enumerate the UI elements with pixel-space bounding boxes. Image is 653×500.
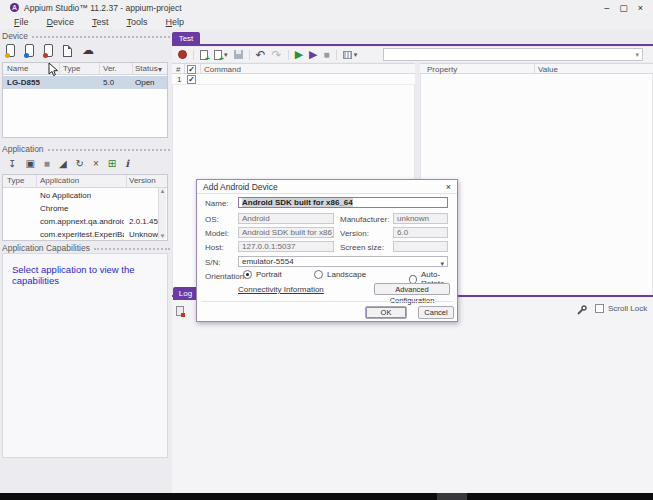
clean-app-icon[interactable]: ◢ <box>59 157 67 170</box>
app-version: Unknown <box>129 230 161 239</box>
application-section-header: Application <box>2 144 170 154</box>
remove-app-icon[interactable]: × <box>93 157 99 170</box>
add-device-icon[interactable] <box>25 44 34 57</box>
menu-device[interactable]: Device <box>39 16 83 28</box>
manufacturer-label: Manufacturer: <box>340 215 389 224</box>
menu-help[interactable]: Help <box>158 16 193 28</box>
app-row-chrome[interactable]: Chrome <box>3 202 167 215</box>
package-app-icon[interactable]: ▣ <box>25 157 34 170</box>
col-app-version[interactable]: Version <box>129 176 156 185</box>
version-field: 6.0 <box>393 227 448 238</box>
screen-size-field <box>393 241 448 252</box>
application-table: Type Application Version No Application … <box>2 174 168 241</box>
col-value[interactable]: Value <box>538 65 558 74</box>
new-test-icon[interactable]: + <box>200 50 208 60</box>
device-table-header[interactable]: Name Type Ver. Status ▾ <box>3 63 167 75</box>
cloud-device-icon[interactable]: ☁ <box>82 44 94 57</box>
log-panel <box>172 297 653 493</box>
scroll-down-icon[interactable]: ▼ <box>159 233 166 239</box>
test-tab-underline <box>172 44 653 46</box>
select-all-checkbox[interactable]: ✓ <box>187 65 196 74</box>
columns-icon[interactable] <box>343 51 352 59</box>
device-row-lg-d855[interactable]: LG-D855 5.0 Open <box>3 76 167 89</box>
dialog-close-icon[interactable]: × <box>446 182 457 192</box>
new-test-menu-icon[interactable]: + <box>214 50 222 60</box>
menu-file[interactable]: File <box>6 16 37 28</box>
dialog-title: Add Android Device <box>197 182 278 192</box>
manufacturer-field: unknown <box>393 213 448 224</box>
undo-icon[interactable]: ↶ <box>256 50 266 60</box>
model-field: Android SDK built for x86_64 <box>238 227 334 238</box>
row-checkbox[interactable]: ✓ <box>187 75 196 84</box>
scroll-lock-checkbox[interactable] <box>595 304 604 313</box>
command-table-header[interactable]: # ✓ Command <box>172 63 415 74</box>
col-ver[interactable]: Ver. <box>103 64 117 73</box>
dialog-separator <box>201 301 453 302</box>
stop-app-icon[interactable]: ■ <box>44 157 50 170</box>
run-selected-icon[interactable]: ▶ <box>309 48 317 61</box>
orientation-landscape[interactable]: Landscape <box>314 270 366 279</box>
host-field: 127.0.0.1:5037 <box>238 241 334 252</box>
name-field[interactable]: Android SDK built for x86_64 <box>238 197 448 208</box>
cancel-button[interactable]: Cancel <box>418 306 454 319</box>
radio-portrait-icon[interactable] <box>243 270 252 279</box>
command-row-1[interactable]: 1 ✓ <box>172 74 415 85</box>
minimize-button[interactable]: – <box>604 2 609 14</box>
ok-button[interactable]: OK <box>365 306 407 319</box>
clear-log-icon[interactable] <box>176 306 184 316</box>
capabilities-section-header: Application Capabilities <box>2 243 170 253</box>
application-toolbar: ↧ ▣ ■ ◢ ↻ × ⊞ i <box>8 156 129 170</box>
app-row-appnext[interactable]: com.appnext.qa.android_sdk 2.0.1.455.4 <box>3 215 167 228</box>
col-command[interactable]: Command <box>204 65 241 74</box>
device-section-label: Device <box>2 31 32 41</box>
edit-device-icon[interactable] <box>63 45 72 57</box>
section-divider <box>32 36 170 40</box>
col-name[interactable]: Name <box>7 64 28 73</box>
os-label: OS: <box>205 215 219 224</box>
import-app-icon[interactable]: ⊞ <box>108 157 116 170</box>
col-app-name[interactable]: Application <box>40 176 79 185</box>
record-icon[interactable] <box>178 50 187 59</box>
log-settings-wrench-icon[interactable] <box>576 305 587 316</box>
scroll-up-icon[interactable]: ▲ <box>159 188 166 194</box>
redo-icon[interactable]: ↷ <box>272 50 282 60</box>
menu-test[interactable]: Test <box>84 16 117 28</box>
orientation-portrait[interactable]: Portrait <box>243 270 282 279</box>
col-num[interactable]: # <box>176 65 180 74</box>
radio-landscape-icon[interactable] <box>314 270 323 279</box>
version-label: Version: <box>340 229 369 238</box>
col-app-type[interactable]: Type <box>7 176 24 185</box>
close-button[interactable]: × <box>638 2 643 14</box>
advanced-configuration-button[interactable]: Advanced Configuration <box>374 283 450 295</box>
save-icon[interactable] <box>234 50 243 59</box>
remove-device-icon[interactable] <box>44 44 53 57</box>
app-row-experibank[interactable]: com.experitest.ExperiBank Unknown <box>3 228 167 241</box>
row-number: 1 <box>177 75 181 84</box>
info-icon[interactable]: i <box>125 157 129 170</box>
install-app-icon[interactable]: ↧ <box>8 157 16 170</box>
app-row-no-application[interactable]: No Application <box>3 189 167 202</box>
sn-combobox[interactable]: emulator-5554 ▾ <box>238 256 448 267</box>
play-icon[interactable]: ▶ <box>295 48 303 61</box>
maximize-button[interactable]: ▢ <box>619 2 628 14</box>
connectivity-information-link[interactable]: Connectivity Information <box>238 285 324 294</box>
status-sort-icon[interactable]: ▾ <box>158 65 162 74</box>
device-toolbar: ☁ <box>6 44 94 57</box>
app-name: com.experitest.ExperiBank <box>40 230 124 239</box>
col-status[interactable]: Status <box>135 64 158 73</box>
tab-log[interactable]: Log <box>173 287 198 300</box>
stop-icon[interactable]: ■ <box>324 48 330 61</box>
col-type[interactable]: Type <box>63 64 80 73</box>
dialog-titlebar: Add Android Device × <box>197 180 457 194</box>
application-table-header[interactable]: Type Application Version <box>3 175 167 188</box>
col-property[interactable]: Property <box>427 65 457 74</box>
property-table-header[interactable]: Property Value <box>420 63 653 74</box>
chevron-down-icon[interactable]: ▾ <box>354 51 358 59</box>
menu-tools[interactable]: Tools <box>119 16 156 28</box>
os-field: Android <box>238 213 334 224</box>
chevron-down-icon[interactable]: ▾ <box>224 51 228 59</box>
open-device-icon[interactable] <box>6 44 15 57</box>
test-filter-combobox[interactable]: ▾ <box>383 48 643 61</box>
application-table-scrollbar[interactable]: ▲ ▼ <box>158 188 166 239</box>
refresh-app-icon[interactable]: ↻ <box>76 157 84 170</box>
